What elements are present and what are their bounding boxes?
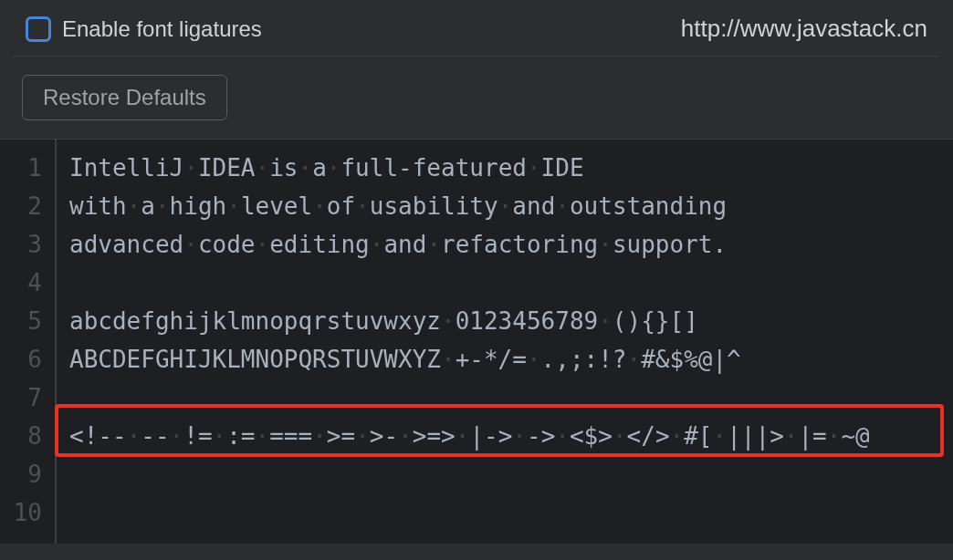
- restore-defaults-button[interactable]: Restore Defaults: [22, 75, 227, 120]
- line-number: 5: [0, 302, 55, 340]
- ligatures-checkbox-row: Enable font ligatures: [26, 16, 262, 42]
- line-number: 4: [0, 264, 55, 302]
- line-number: 3: [0, 225, 55, 264]
- line-number: 10: [0, 493, 55, 532]
- ligatures-label: Enable font ligatures: [62, 16, 262, 42]
- line-number: 8: [0, 417, 55, 455]
- code-line: with·a·high·level·of·usability·and·outst…: [69, 187, 953, 225]
- editor-preview: 1 2 3 4 5 6 7 8 9 10 IntelliJ·IDEA·is·a·…: [0, 139, 953, 544]
- line-number: 6: [0, 340, 55, 379]
- code-line: [69, 455, 953, 493]
- code-line: IntelliJ·IDEA·is·a·full-featured·IDE: [69, 149, 953, 187]
- line-number: 9: [0, 455, 55, 493]
- line-number: 7: [0, 379, 55, 417]
- watermark-url: http://www.javastack.cn: [681, 15, 927, 43]
- line-number: 2: [0, 187, 55, 225]
- code-area[interactable]: IntelliJ·IDEA·is·a·full-featured·IDE wit…: [57, 140, 953, 544]
- settings-header: Enable font ligatures http://www.javasta…: [0, 0, 953, 56]
- button-row: Restore Defaults: [0, 57, 953, 139]
- code-line: [69, 379, 953, 417]
- code-line: [69, 264, 953, 302]
- code-line: <!--·--·!=·:=·===·>=·>-·>=>·|->·->·<$>·<…: [69, 417, 953, 455]
- code-line: [69, 493, 953, 532]
- code-line: abcdefghijklmnopqrstuvwxyz·0123456789·()…: [69, 302, 953, 340]
- code-line: ABCDEFGHIJKLMNOPQRSTUVWXYZ·+-*/=·.,;:!?·…: [69, 340, 953, 379]
- line-number: 1: [0, 149, 55, 187]
- code-line: advanced·code·editing·and·refactoring·su…: [69, 225, 953, 264]
- ligatures-checkbox[interactable]: [26, 16, 51, 42]
- gutter: 1 2 3 4 5 6 7 8 9 10: [0, 140, 57, 544]
